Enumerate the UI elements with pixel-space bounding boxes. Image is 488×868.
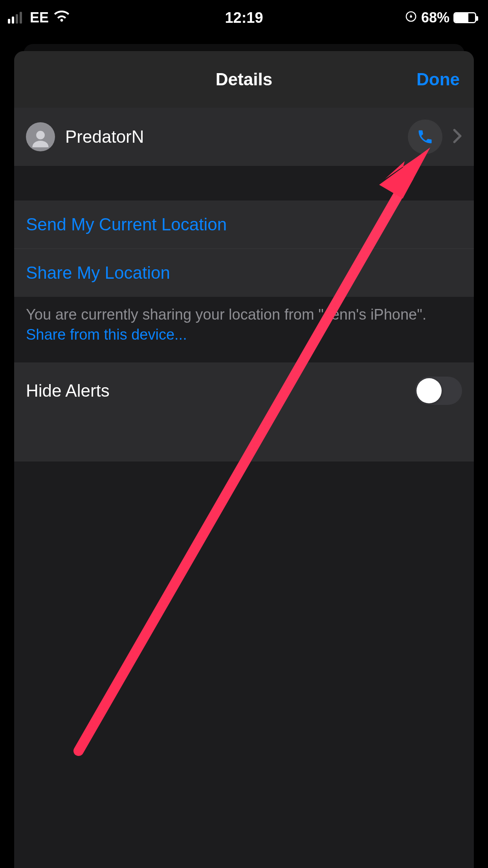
share-from-this-device-link[interactable]: Share from this device...	[26, 326, 187, 343]
sheet-header: Details Done	[14, 51, 474, 108]
status-left: EE	[8, 8, 70, 28]
svg-rect-1	[410, 16, 412, 17]
rotation-lock-icon	[405, 10, 417, 26]
empty-row	[14, 419, 474, 462]
svg-point-2	[36, 131, 45, 140]
battery-icon	[453, 12, 476, 23]
status-bar: EE 12:19 68%	[0, 0, 488, 35]
status-right: 68%	[405, 9, 476, 26]
share-my-location-button[interactable]: Share My Location	[14, 249, 474, 297]
status-time: 12:19	[225, 9, 263, 26]
toggle-knob	[416, 378, 442, 403]
contact-name: PredatorN	[65, 127, 398, 147]
send-current-location-button[interactable]: Send My Current Location	[14, 200, 474, 249]
location-section: Send My Current Location Share My Locati…	[14, 200, 474, 297]
page-title: Details	[216, 70, 272, 89]
call-button[interactable]	[408, 120, 442, 154]
battery-percent: 68%	[421, 9, 449, 26]
section-spacer	[14, 166, 474, 200]
done-button[interactable]: Done	[416, 70, 460, 89]
carrier-label: EE	[30, 9, 49, 26]
contact-row[interactable]: PredatorN	[14, 108, 474, 166]
sharing-note-text: You are currently sharing your location …	[26, 306, 426, 323]
sharing-note: You are currently sharing your location …	[14, 297, 474, 362]
phone-icon	[416, 128, 434, 145]
avatar	[26, 122, 55, 151]
hide-alerts-toggle[interactable]	[415, 377, 462, 405]
hide-alerts-label: Hide Alerts	[26, 381, 110, 401]
bottom-fill	[14, 462, 474, 868]
details-sheet: Details Done PredatorN Send My Current L…	[14, 51, 474, 868]
signal-bars-icon	[8, 12, 22, 24]
chevron-right-icon	[453, 129, 462, 145]
wifi-icon	[53, 8, 70, 28]
hide-alerts-row: Hide Alerts	[14, 362, 474, 419]
